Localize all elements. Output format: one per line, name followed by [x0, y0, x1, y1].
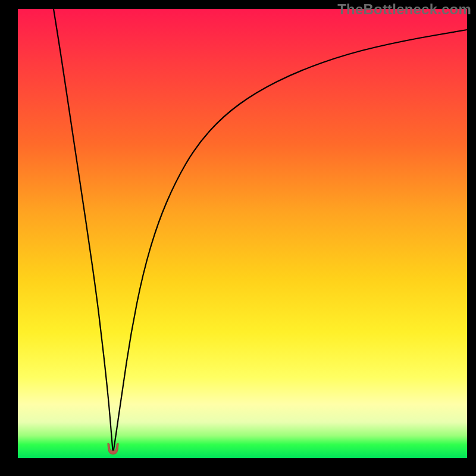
bottleneck-curve [18, 9, 467, 458]
watermark-text: TheBottleneck.com [337, 1, 471, 18]
chart-frame [18, 9, 467, 458]
minimum-notch-icon [106, 442, 120, 455]
curve-left-branch [54, 9, 113, 453]
curve-right-branch [113, 30, 467, 453]
